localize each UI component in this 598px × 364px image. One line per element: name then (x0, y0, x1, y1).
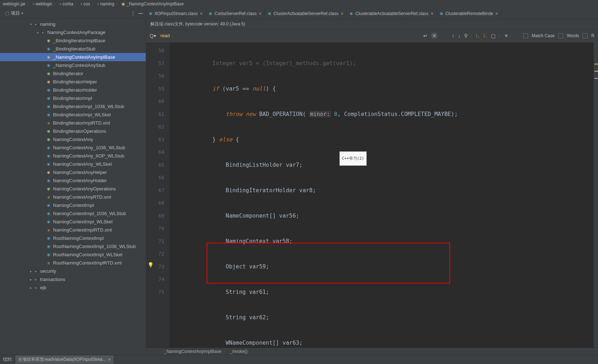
line-number[interactable]: 66 (146, 171, 164, 184)
code-content[interactable]: Integer var5 = (Integer)_methods.get(var… (169, 42, 598, 348)
line-number[interactable]: 67 (146, 184, 164, 197)
close-icon[interactable]: × (495, 11, 498, 16)
line-number[interactable]: 69 (146, 210, 164, 223)
tree-item-rootnamingcontextimpl[interactable]: ◉RootNamingContextImpl (0, 234, 146, 242)
code-line[interactable]: throw new BAD_OPERATION( minor: 0, Compl… (172, 108, 598, 121)
code-line[interactable]: WNameComponent[] var63; (172, 337, 598, 348)
code-line[interactable]: NamingContext var58; (172, 235, 598, 248)
next-match-icon[interactable]: ↓ (458, 33, 460, 39)
tree-item-bindingiteratoroperations[interactable]: ◉BindingIteratorOperations (0, 127, 146, 135)
line-number[interactable]: 57 (146, 57, 164, 70)
tree-item-namingcontextany-1036-wlstub[interactable]: ◉NamingContextAny_1036_WLStub (0, 144, 146, 152)
clear-icon[interactable]: ✕ (431, 33, 438, 39)
close-icon[interactable]: × (108, 357, 111, 362)
tree-item-security[interactable]: ▸▪security (0, 267, 146, 275)
tree-item-bindingiteratorimplrtd-xml[interactable]: ≡BindingIteratorImplRTD.xml (0, 119, 146, 127)
line-number[interactable]: 64 (146, 146, 164, 159)
words-checkbox[interactable] (558, 33, 563, 38)
export-icon[interactable]: ▢ (491, 33, 496, 39)
tree-item-rootnamingcontextimpl-wlskel[interactable]: ◉RootNamingContextImpl_WLSkel (0, 251, 146, 259)
match-case-checkbox[interactable] (523, 33, 528, 38)
tree-item-namingcontextanyrtd-xml[interactable]: ≡NamingContextAnyRTD.xml (0, 193, 146, 201)
line-number[interactable]: 62 (146, 121, 164, 134)
add-selection-icon[interactable]: I₊ (476, 33, 480, 39)
gutter[interactable]: 💡 56575859606162636465666768697071727374… (146, 42, 169, 348)
tree-item-bindingiteratorimpl-1036-wlstub[interactable]: ◉BindingIteratorImpl_1036_WLStub (0, 102, 146, 111)
line-number[interactable]: 71 (146, 235, 164, 248)
regex-checkbox[interactable] (583, 33, 588, 38)
tree-item-namingcontextimpl[interactable]: ◉NamingContextImpl (0, 201, 146, 209)
tree-item-namingcontextany-wlskel[interactable]: ◉NamingContextAny_WLSkel (0, 160, 146, 168)
editor-tab[interactable]: ◉ClusterableActivatableServerRef.class× (347, 8, 437, 19)
tree-item-namingcontextanypackage[interactable]: ▸▪NamingContextAnyPackage (0, 28, 146, 37)
line-number[interactable]: 58 (146, 70, 164, 83)
tree-item-namingcontextany-iiop-wlstub[interactable]: ◉NamingContextAny_IIOP_WLStub (0, 152, 146, 160)
code-line[interactable]: BindingIteratorHolder var8; (172, 184, 598, 197)
error-stripe[interactable] (594, 42, 598, 348)
close-icon[interactable]: × (430, 11, 433, 16)
remove-selection-icon[interactable]: I₋ (483, 33, 487, 39)
code-editor[interactable]: 💡 56575859606162636465666768697071727374… (146, 42, 598, 348)
line-number[interactable]: 56 (146, 44, 164, 57)
tree-item--bindingiteratorstub[interactable]: ◉_BindingIteratorStub (0, 45, 146, 53)
code-line[interactable]: Object var59; (172, 261, 598, 273)
line-number[interactable]: 60 (146, 95, 164, 108)
tree-item-namingcontextany[interactable]: ◉NamingContextAny (0, 135, 146, 144)
tree-item-bindingiteratorhelper[interactable]: ◉BindingIteratorHelper (0, 78, 146, 86)
tree-item-namingcontextimpl-1036-wlstub[interactable]: ◉NamingContextImpl_1036_WLStub (0, 209, 146, 218)
close-icon[interactable]: × (200, 11, 203, 16)
code-line[interactable]: if (var5 == null) { (172, 83, 598, 96)
editor-tab[interactable]: ◉CorbaServerRef.class× (206, 8, 265, 19)
breadcrumb-item[interactable]: naming (100, 1, 114, 6)
line-number[interactable]: 59 (146, 83, 164, 96)
newline-icon[interactable]: ↵ (423, 33, 428, 39)
project-dropdown[interactable]: ▢ 项目 ▾ (3, 9, 25, 17)
code-line[interactable]: String var62; (172, 311, 598, 324)
tree-item-namingcontextimpl-wlskel[interactable]: ◉NamingContextImpl_WLSkel (0, 218, 146, 226)
tree-item-namingcontextanyoperations[interactable]: ◉NamingContextAnyOperations (0, 185, 146, 193)
editor-tab[interactable]: ◉ClusterableRemoteBinde× (437, 8, 502, 19)
code-line[interactable]: Integer var5 = (Integer)_methods.get(var… (172, 57, 598, 70)
breadcrumb-item[interactable]: weblogic.jar (3, 1, 25, 6)
code-line[interactable]: NameComponent[] var56; (172, 210, 598, 223)
line-number[interactable]: 68 (146, 197, 164, 210)
line-number[interactable]: 74 (146, 273, 164, 286)
search-icon[interactable]: Q▾ (150, 33, 156, 39)
tree-item-namingcontextimplrtd-xml[interactable]: ≡NamingContextImplRTD.xml (0, 226, 146, 234)
line-number[interactable]: 63 (146, 134, 164, 146)
close-icon[interactable]: × (341, 11, 343, 16)
breadcrumb-class[interactable]: _NamingContextAnyImplBase (164, 349, 221, 354)
tree-item--namingcontextanystub[interactable]: ◉_NamingContextAnyStub (0, 61, 146, 69)
tree-item--bindingiteratorimplbase[interactable]: ◉_BindingIteratorImplBase (0, 37, 146, 45)
tree-item-bindingiteratorimpl-wlskel[interactable]: ◉BindingIteratorImpl_WLSkel (0, 111, 146, 119)
tree-item-transactions[interactable]: ▸▪transactions (0, 275, 146, 283)
editor-tab[interactable]: ◉IIOPInputStream.class× (146, 8, 206, 19)
tree-item-naming[interactable]: ▾▪naming (0, 20, 146, 28)
settings-icon[interactable]: ⋮ (131, 10, 135, 16)
intention-bulb-icon[interactable]: 💡 (148, 259, 153, 272)
code-line[interactable]: String var61; (172, 286, 598, 299)
line-number[interactable]: 70 (146, 222, 164, 235)
line-number[interactable]: 61 (146, 108, 164, 121)
editor-tab[interactable]: ◉ClusterActivatableServerRef.class× (265, 8, 347, 19)
close-icon[interactable]: × (259, 11, 262, 16)
tree-item-bindingiterator[interactable]: ◉BindingIterator (0, 69, 146, 78)
tree-item-rootnamingcontextimpl-1036-wlstub[interactable]: ◉RootNamingContextImpl_1036_WLStub (0, 242, 146, 251)
code-line[interactable]: } else { (172, 134, 598, 146)
find-input[interactable] (159, 31, 231, 40)
tree-item-rootnamingcontextimplrtd-xml[interactable]: ≡RootNamingContextImplRTD.xml (0, 259, 146, 267)
select-all-icon[interactable]: ⚲ (464, 33, 468, 39)
project-tree[interactable]: ▾▪naming▸▪NamingContextAnyPackage◉_Bindi… (0, 19, 146, 355)
tree-item-namingcontextanyholder[interactable]: ◉NamingContextAnyHolder (0, 176, 146, 185)
breadcrumb-item[interactable]: weblogic (36, 1, 53, 6)
code-line[interactable]: BindingListHolder var7; (172, 159, 598, 172)
breadcrumb-method[interactable]: _invoke() (230, 349, 247, 354)
tree-item-namingcontextanyhelper[interactable]: ◉NamingContextAnyHelper (0, 168, 146, 176)
line-number[interactable]: 75 (146, 286, 164, 299)
find-results-tab[interactable]: 在项目和库里readValueData(IIOPInputStrea... × (15, 355, 114, 364)
minimize-icon[interactable]: — (138, 10, 143, 16)
editor-breadcrumb[interactable]: _NamingContextAnyImplBase 〉 _invoke() (146, 348, 598, 355)
tree-item-bindingiteratorholder[interactable]: ◉BindingIteratorHolder (0, 86, 146, 94)
prev-match-icon[interactable]: ↑ (452, 33, 454, 39)
line-number[interactable]: 65 (146, 159, 164, 172)
